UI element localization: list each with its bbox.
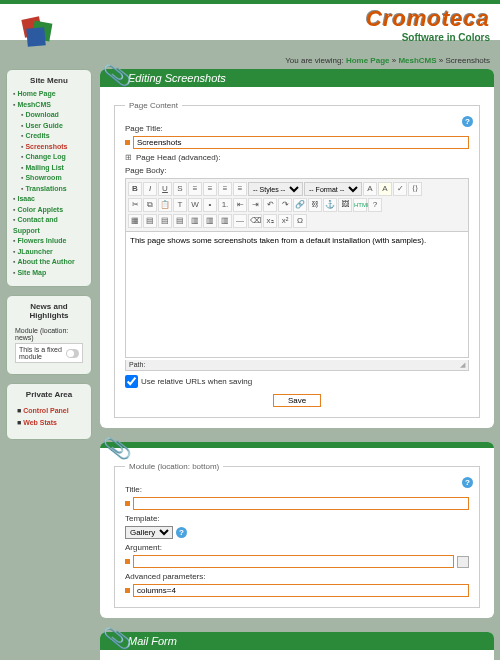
sidebar-item[interactable]: User Guide: [25, 122, 62, 129]
sub-icon[interactable]: x₂: [263, 214, 277, 228]
html-icon[interactable]: HTML: [353, 198, 367, 212]
paste-text-icon[interactable]: T: [173, 198, 187, 212]
italic-icon[interactable]: I: [143, 182, 157, 196]
styles-select[interactable]: -- Styles --: [248, 182, 303, 196]
paperclip-icon: 📎: [102, 434, 133, 464]
cut-icon[interactable]: ✂: [128, 198, 142, 212]
help2-icon[interactable]: ?: [368, 198, 382, 212]
number-list-icon[interactable]: 1.: [218, 198, 232, 212]
sidebar-item[interactable]: Translations: [25, 185, 66, 192]
relative-urls-checkbox[interactable]: [125, 375, 138, 388]
editing-card: 📎 Editing Screenshots Page Content ? Pag…: [100, 69, 494, 428]
private-area-panel: Private Area Control Panel Web Stats: [6, 383, 92, 440]
redo-icon[interactable]: ↷: [278, 198, 292, 212]
module-title-input[interactable]: [133, 497, 469, 510]
news-panel: News and Highlights Module (location: ne…: [6, 295, 92, 375]
cleanup-icon[interactable]: ✓: [393, 182, 407, 196]
sidebar-item[interactable]: Change Log: [25, 153, 65, 160]
align-justify-icon[interactable]: ≡: [233, 182, 247, 196]
brand-name: Cromoteca: [366, 6, 490, 32]
sidebar-item[interactable]: Screenshots: [25, 143, 67, 150]
header: Cromoteca Software in Colors: [0, 4, 500, 52]
logo-icon: [15, 12, 59, 52]
paste-icon[interactable]: 📋: [158, 198, 172, 212]
unlink-icon[interactable]: ⛓: [308, 198, 322, 212]
sidebar-item[interactable]: Contact and Support: [13, 216, 58, 234]
image-icon[interactable]: 🖼: [338, 198, 352, 212]
resize-handle-icon[interactable]: ◢: [460, 361, 465, 369]
bullet-list-icon[interactable]: •: [203, 198, 217, 212]
save-button[interactable]: Save: [273, 394, 321, 407]
del-col-icon[interactable]: ▥: [218, 214, 232, 228]
private-link-web-stats[interactable]: Web Stats: [23, 419, 57, 426]
underline-icon[interactable]: U: [158, 182, 172, 196]
paperclip-icon: 📎: [102, 61, 133, 91]
remove-format-icon[interactable]: ⌫: [248, 214, 262, 228]
site-menu-panel: Site Menu Home PageMeshCMSDownloadUser G…: [6, 69, 92, 287]
bold-icon[interactable]: B: [128, 182, 142, 196]
sidebar-item[interactable]: Isaac: [17, 195, 35, 202]
breadcrumb-link[interactable]: Home Page: [346, 56, 390, 65]
sidebar-item[interactable]: Home Page: [17, 90, 55, 97]
editor-toolbar: B I U S ≡ ≡ ≡ ≡ -- Styles -- -- Format -…: [125, 178, 469, 232]
paste-word-icon[interactable]: W: [188, 198, 202, 212]
fixed-module-toggle[interactable]: [66, 349, 79, 358]
help-icon[interactable]: ?: [462, 477, 473, 488]
undo-icon[interactable]: ↶: [263, 198, 277, 212]
outdent-icon[interactable]: ⇤: [233, 198, 247, 212]
align-center-icon[interactable]: ≡: [203, 182, 217, 196]
hr-icon[interactable]: —: [233, 214, 247, 228]
code-icon[interactable]: ⟨⟩: [408, 182, 422, 196]
bgcolor-icon[interactable]: A: [378, 182, 392, 196]
svg-rect-2: [26, 27, 46, 47]
row-before-icon[interactable]: ▤: [143, 214, 157, 228]
row-after-icon[interactable]: ▤: [158, 214, 172, 228]
breadcrumb-link[interactable]: MeshCMS: [398, 56, 436, 65]
sidebar-item[interactable]: Credits: [25, 132, 49, 139]
argument-input[interactable]: [133, 555, 454, 568]
copy-icon[interactable]: ⧉: [143, 198, 157, 212]
sup-icon[interactable]: x²: [278, 214, 292, 228]
sidebar-item[interactable]: Color Applets: [17, 206, 63, 213]
col-after-icon[interactable]: ▥: [203, 214, 217, 228]
strike-icon[interactable]: S: [173, 182, 187, 196]
color-icon[interactable]: A: [363, 182, 377, 196]
format-select[interactable]: -- Format --: [304, 182, 362, 196]
editing-heading: Editing Screenshots: [100, 69, 494, 87]
align-right-icon[interactable]: ≡: [218, 182, 232, 196]
del-row-icon[interactable]: ▤: [173, 214, 187, 228]
help-icon[interactable]: ?: [176, 527, 187, 538]
sidebar-item[interactable]: About the Author: [17, 258, 74, 265]
site-menu-title: Site Menu: [13, 74, 85, 89]
col-before-icon[interactable]: ▥: [188, 214, 202, 228]
sidebar-item[interactable]: JLauncher: [17, 248, 52, 255]
advanced-params-input[interactable]: [133, 584, 469, 597]
template-select[interactable]: Gallery: [125, 526, 173, 539]
sidebar-item[interactable]: Showroom: [25, 174, 61, 181]
expand-icon[interactable]: ⊞: [125, 153, 132, 162]
page-title-label: Page Title:: [125, 124, 469, 133]
brand-tagline: Software in Colors: [366, 32, 490, 43]
help-icon[interactable]: ?: [462, 116, 473, 127]
sidebar-item[interactable]: Mailing List: [25, 164, 64, 171]
page-body-editor[interactable]: This page shows some screenshots taken f…: [125, 232, 469, 358]
module-card: 📎 Module (location: bottom) ? Title: Tem…: [100, 442, 494, 618]
sidebar-item[interactable]: Flowers Inlude: [17, 237, 66, 244]
mail-card: 📎 Mail Form Mail Form ? E-mail for comme…: [100, 632, 494, 660]
char-icon[interactable]: Ω: [293, 214, 307, 228]
private-link-control-panel[interactable]: Control Panel: [23, 407, 69, 414]
align-left-icon[interactable]: ≡: [188, 182, 202, 196]
breadcrumb: You are viewing: Home Page » MeshCMS » S…: [0, 52, 500, 69]
link-icon[interactable]: 🔗: [293, 198, 307, 212]
browse-icon[interactable]: [457, 556, 469, 568]
anchor-icon[interactable]: ⚓: [323, 198, 337, 212]
sidebar-item[interactable]: Site Map: [17, 269, 46, 276]
sidebar-item[interactable]: Download: [25, 111, 58, 118]
indent-icon[interactable]: ⇥: [248, 198, 262, 212]
page-title-input[interactable]: [133, 136, 469, 149]
paperclip-icon: 📎: [102, 624, 133, 654]
sidebar-item[interactable]: MeshCMS: [17, 101, 50, 108]
table-icon[interactable]: ▦: [128, 214, 142, 228]
